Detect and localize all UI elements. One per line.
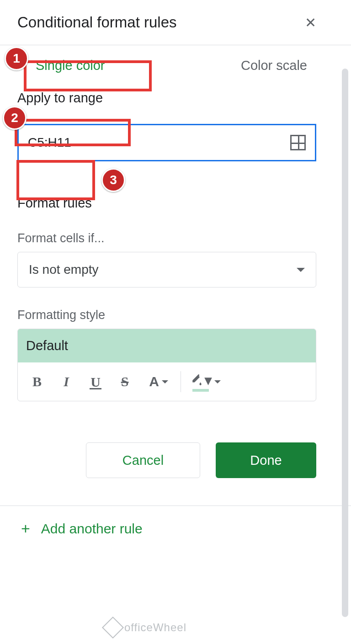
annotation-badge-3: 3 [101,168,125,192]
chevron-down-icon [214,380,221,383]
add-another-rule-button[interactable]: + Add another rule [17,506,316,551]
annotation-badge-2: 2 [3,106,27,130]
bold-button[interactable]: B [22,369,52,394]
fill-color-button[interactable]: ▾ [184,369,227,394]
close-icon[interactable]: ✕ [305,15,316,31]
annotation-badge-1: 1 [5,47,28,70]
text-color-button[interactable]: A [139,369,178,394]
format-cells-if-value: Is not empty [29,262,99,277]
strikethrough-button[interactable]: S [110,369,139,394]
format-cells-if-select[interactable]: Is not empty [17,252,316,287]
plus-icon: + [21,520,30,538]
watermark-text: officeWheel [124,621,186,634]
watermark-icon [102,617,124,639]
formatting-style-label: Formatting style [17,308,316,322]
tab-color-scale[interactable]: Color scale [241,58,307,73]
done-button[interactable]: Done [216,442,316,478]
panel-title: Conditional format rules [17,14,177,31]
scrollbar[interactable] [342,69,348,617]
annotation-box-3 [16,160,95,200]
underline-button[interactable]: U [81,369,110,394]
toolbar-separator [181,371,181,392]
annotation-box-1 [24,60,152,91]
add-rule-label: Add another rule [41,521,143,537]
style-preview[interactable]: Default [18,329,316,362]
apply-to-range-label: Apply to range [17,90,316,106]
paint-bucket-icon [190,374,204,386]
italic-button[interactable]: I [52,369,81,394]
cancel-button[interactable]: Cancel [86,442,200,478]
chevron-down-icon [162,380,168,383]
formatting-style-box: Default B I U S A ▾ [17,329,316,401]
annotation-box-2 [15,119,131,146]
chevron-down-icon [297,268,305,272]
watermark: officeWheel [105,620,186,635]
format-cells-if-label: Format cells if... [17,231,316,245]
select-range-icon[interactable] [290,135,306,150]
